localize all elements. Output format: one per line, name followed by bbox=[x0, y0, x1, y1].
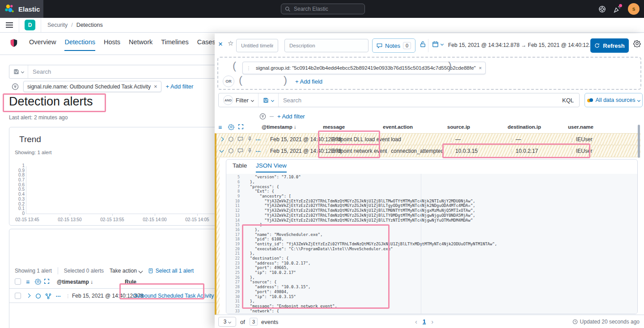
timeline-settings-gear-icon[interactable] bbox=[633, 40, 641, 47]
saved-query-menu[interactable] bbox=[9, 65, 28, 78]
or-operator-badge[interactable]: OR bbox=[223, 76, 234, 87]
take-action-button[interactable]: Take action bbox=[110, 268, 142, 274]
event-action[interactable]: ⋮load bbox=[385, 136, 401, 143]
col-destination-ip[interactable]: destination.ip bbox=[508, 124, 541, 130]
prev-page-icon[interactable]: ‹ bbox=[415, 318, 417, 325]
alert-rule-link[interactable]: ⋮Outbound Scheduled Task Activity bbox=[127, 293, 214, 299]
date-range[interactable]: Feb 15, 2021 @ 14:34:12.878 → Feb 15, 20… bbox=[448, 42, 599, 48]
help-icon[interactable] bbox=[598, 5, 606, 13]
page-1-button[interactable]: 1 bbox=[423, 318, 426, 325]
more-actions-icon[interactable]: ••• bbox=[256, 138, 261, 142]
json-line: 26 }, bbox=[226, 275, 637, 280]
event-user-name[interactable]: ⋮IEUser bbox=[570, 136, 593, 143]
pin-icon[interactable] bbox=[247, 136, 253, 142]
datepicker-icon[interactable] bbox=[432, 41, 443, 47]
kql-toggle[interactable]: KQL bbox=[557, 97, 579, 104]
list-view-icon[interactable]: ≡ bbox=[26, 278, 30, 286]
filter-mode-dropdown[interactable]: AND Filter bbox=[219, 93, 258, 107]
event-row-dll-load[interactable]: ••• ⋮Feb 15, 2021 @ 14:40:12.878 ⋮Endpoi… bbox=[215, 133, 640, 145]
saved-query-menu[interactable] bbox=[258, 93, 279, 107]
tab-cases[interactable]: Cases bbox=[197, 38, 216, 50]
event-action[interactable]: ⋮connection_attempted bbox=[385, 148, 444, 154]
add-field-link[interactable]: + Add field bbox=[295, 78, 322, 85]
more-actions-icon[interactable]: ••• bbox=[256, 149, 261, 153]
collapse-event-icon[interactable] bbox=[220, 149, 223, 152]
event-destination-ip-link[interactable]: ⋮10.0.2.17 bbox=[509, 148, 538, 154]
comment-icon[interactable] bbox=[237, 136, 243, 142]
timeline-add-filter-row: – + Add filter bbox=[259, 112, 305, 120]
json-line: 16 }, bbox=[226, 227, 637, 232]
unlock-icon[interactable] bbox=[419, 41, 426, 47]
alerts-filter-row: signal.rule.name: Outbound Scheduled Tas… bbox=[12, 81, 193, 92]
event-message[interactable]: ⋮Endpoint network event bbox=[325, 148, 387, 154]
col-rule[interactable]: Rule bbox=[125, 279, 136, 285]
col-user-name[interactable]: user.name bbox=[568, 124, 593, 130]
newsfeed-icon[interactable] bbox=[613, 5, 621, 13]
col-timestamp[interactable]: @timestamp ↓ bbox=[57, 279, 93, 285]
fullscreen-icon[interactable] bbox=[238, 124, 244, 130]
event-user-name[interactable]: ⋮IEUser bbox=[570, 148, 593, 154]
remove-filter-icon[interactable]: × bbox=[154, 83, 157, 90]
list-view-icon[interactable]: ≡ bbox=[218, 124, 222, 131]
data-sources-button[interactable]: All data sources bbox=[585, 93, 643, 107]
events-scrollbar-thumb[interactable] bbox=[638, 125, 640, 158]
remove-provider-icon[interactable]: × bbox=[479, 65, 482, 71]
json-line: 34 "transport": "tcp" bbox=[226, 313, 637, 314]
gear-icon[interactable] bbox=[35, 278, 41, 285]
select-all-checkbox[interactable] bbox=[15, 278, 21, 285]
comment-icon[interactable] bbox=[237, 148, 243, 154]
refresh-icon bbox=[594, 43, 600, 48]
select-all-button[interactable]: Select all 1 alert bbox=[148, 268, 194, 274]
tab-detections[interactable]: Detections bbox=[64, 38, 95, 51]
filter-options-icon[interactable] bbox=[12, 83, 19, 90]
col-timestamp[interactable]: @timestamp ↓ bbox=[262, 124, 297, 130]
tab-json-view[interactable]: JSON View bbox=[256, 162, 287, 172]
status-circle-icon[interactable] bbox=[35, 293, 41, 299]
timeline-search-input[interactable] bbox=[279, 97, 557, 104]
tab-overview[interactable]: Overview bbox=[29, 38, 56, 50]
fullscreen-icon[interactable] bbox=[44, 278, 50, 284]
rule-name-filter-pill[interactable]: signal.rule.name: Outbound Scheduled Tas… bbox=[23, 81, 161, 92]
event-shape-icon[interactable] bbox=[228, 136, 234, 142]
filter-options-icon[interactable] bbox=[259, 113, 266, 120]
tab-network[interactable]: Network bbox=[129, 38, 153, 50]
space-badge[interactable]: D bbox=[25, 20, 35, 30]
timeline-title-input[interactable] bbox=[236, 39, 278, 52]
pin-icon[interactable] bbox=[247, 148, 253, 154]
gear-icon[interactable] bbox=[228, 124, 234, 130]
tab-table[interactable]: Table bbox=[233, 162, 247, 172]
app-root: Elastic Search Elastic s D Security / bbox=[0, 0, 644, 328]
add-filter-link[interactable]: + Add filter bbox=[277, 113, 305, 120]
breadcrumb-security[interactable]: Security bbox=[47, 22, 68, 28]
tab-timelines[interactable]: Timelines bbox=[161, 38, 189, 50]
star-icon[interactable]: ☆ bbox=[228, 39, 233, 47]
tab-hosts[interactable]: Hosts bbox=[104, 38, 120, 50]
json-view-code[interactable]: 5 "version": "7.10.0" 6 }, 7 "process": … bbox=[226, 174, 637, 314]
col-source-ip[interactable]: source.ip bbox=[447, 124, 470, 130]
event-message[interactable]: ⋮Endpoint DLL load event bbox=[325, 136, 390, 143]
expand-row-icon[interactable] bbox=[27, 294, 30, 297]
col-message[interactable]: message bbox=[323, 124, 345, 130]
add-filter-link[interactable]: + Add filter bbox=[166, 83, 194, 90]
event-shape-icon[interactable] bbox=[228, 148, 234, 154]
refresh-button[interactable]: Refresh bbox=[590, 38, 629, 53]
col-event-action[interactable]: event.action bbox=[383, 124, 413, 130]
event-row-network[interactable]: ••• ⋮Feb 15, 2021 @ 14:40:12.878 ⋮Endpoi… bbox=[215, 145, 640, 157]
event-source-ip-link[interactable]: ⋮10.0.3.15 bbox=[449, 148, 478, 154]
data-providers-dropzone[interactable]: ( ⋮ signal.group.id: "5c0914b2e0b4edd4eb… bbox=[217, 57, 641, 90]
page-size-select[interactable]: 3 bbox=[218, 317, 236, 327]
row-checkbox[interactable] bbox=[15, 293, 21, 299]
avatar[interactable]: s bbox=[628, 3, 640, 15]
next-page-icon[interactable]: › bbox=[431, 318, 433, 325]
notes-button[interactable]: Notes 0 bbox=[372, 38, 415, 53]
event-row-accent-strip bbox=[215, 157, 220, 315]
menu-toggle-icon[interactable] bbox=[6, 22, 13, 28]
timeline-description-input[interactable] bbox=[284, 39, 369, 52]
expand-event-icon[interactable] bbox=[220, 138, 223, 141]
close-icon[interactable]: × bbox=[218, 40, 223, 49]
analyzer-icon[interactable] bbox=[45, 293, 51, 299]
global-search-input[interactable]: Search Elastic bbox=[281, 4, 365, 14]
drag-handle-icon[interactable]: ⋮ bbox=[246, 66, 251, 71]
elastic-home-link[interactable]: Elastic bbox=[0, 0, 43, 18]
timeline-footer: 3 of 3 events ‹ 1 › Updated 20 seconds a… bbox=[215, 315, 644, 328]
